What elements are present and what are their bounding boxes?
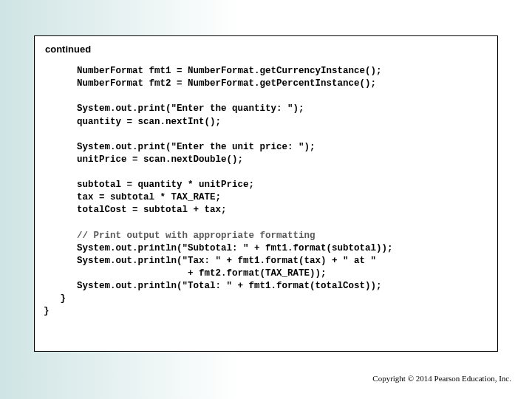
- code-line: System.out.print("Enter the quantity: ")…: [44, 103, 304, 114]
- code-block: NumberFormat fmt1 = NumberFormat.getCurr…: [44, 65, 488, 318]
- code-line: totalCost = subtotal + tax;: [44, 205, 227, 215]
- code-listing-box: continued NumberFormat fmt1 = NumberForm…: [34, 35, 498, 352]
- code-line: System.out.println("Total: " + fmt1.form…: [44, 281, 382, 291]
- code-line: subtotal = quantity * unitPrice;: [44, 180, 254, 190]
- copyright-text: Copyright © 2014 Pearson Education, Inc.: [372, 374, 511, 383]
- code-line: System.out.println("Subtotal: " + fmt1.f…: [44, 243, 393, 253]
- code-line: tax = subtotal * TAX_RATE;: [44, 192, 221, 202]
- code-comment-line: // Print output with appropriate formatt…: [44, 231, 316, 241]
- code-line: NumberFormat fmt1 = NumberFormat.getCurr…: [44, 66, 382, 76]
- code-line: + fmt2.format(TAX_RATE));: [44, 268, 327, 279]
- code-line: quantity = scan.nextInt();: [44, 117, 221, 127]
- continued-label: continued: [45, 44, 488, 55]
- code-line: NumberFormat fmt2 = NumberFormat.getPerc…: [44, 78, 376, 89]
- code-line: System.out.println("Tax: " + fmt1.format…: [44, 256, 376, 266]
- code-line: System.out.print("Enter the unit price: …: [44, 142, 316, 152]
- slide: continued NumberFormat fmt1 = NumberForm…: [0, 0, 532, 399]
- code-line: }: [44, 293, 66, 304]
- code-line: unitPrice = scan.nextDouble();: [44, 154, 243, 165]
- code-line: }: [44, 306, 50, 316]
